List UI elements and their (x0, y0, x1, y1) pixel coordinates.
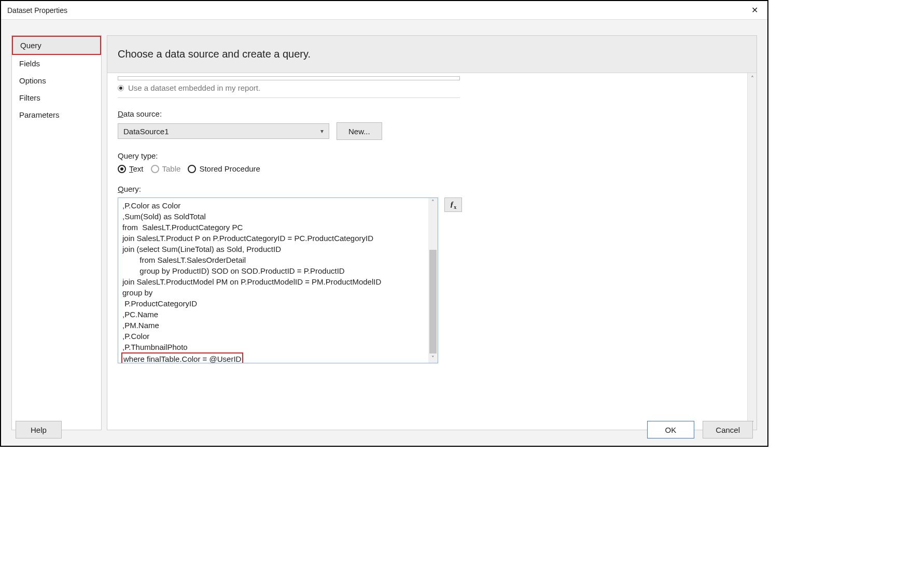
sidebar-tab-label: Parameters (19, 110, 60, 119)
radio-icon (118, 85, 124, 91)
main-content: Use a dataset embedded in my report. Dat… (107, 73, 747, 430)
main-content-wrap: Use a dataset embedded in my report. Dat… (107, 73, 757, 430)
dataset-name-field-partial[interactable] (118, 76, 460, 80)
new-data-source-button[interactable]: New... (337, 122, 382, 140)
query-text-content: ,P.Color as Color ,Sum(Sold) as SoldTota… (118, 198, 428, 363)
sidebar-tab-label: Query (20, 41, 41, 50)
scroll-up-icon[interactable]: ˄ (431, 198, 435, 207)
sidebar-tab-label: Fields (19, 59, 40, 68)
embedded-dataset-label: Use a dataset embedded in my report. (128, 83, 260, 92)
query-highlighted-where: where finalTable.Color = @UserID (121, 352, 243, 363)
sidebar-tab-label: Filters (19, 93, 40, 102)
sidebar-tab-filters[interactable]: Filters (12, 89, 101, 106)
fx-icon: ƒx (450, 200, 457, 210)
query-type-stored[interactable]: Stored Procedure (188, 164, 260, 173)
dialog-body: Query Fields Options Filters Parameters … (1, 20, 767, 446)
sidebar-tab-label: Options (19, 76, 46, 85)
data-source-label: Data source: (118, 109, 737, 118)
scroll-up-icon[interactable]: ˄ (751, 73, 754, 84)
sidebar-tab-fields[interactable]: Fields (12, 55, 101, 72)
query-area: ,P.Color as Color ,Sum(Sold) as SoldTota… (118, 197, 737, 363)
page-heading: Choose a data source and create a query. (107, 36, 757, 73)
embedded-dataset-radio[interactable]: Use a dataset embedded in my report. (118, 83, 737, 92)
query-label: Query: (118, 185, 737, 193)
ok-label: OK (665, 426, 677, 434)
query-type-stored-label: Stored Procedure (199, 164, 260, 173)
query-type-label: Query type: (118, 151, 737, 160)
sidebar-tab-query[interactable]: Query (12, 36, 101, 55)
data-source-value: DataSource1 (123, 127, 169, 136)
help-label: Help (31, 426, 47, 434)
query-type-group: Text Table Stored Procedure (118, 164, 737, 173)
scroll-thumb[interactable] (429, 250, 437, 353)
query-type-table[interactable]: Table (151, 164, 181, 173)
titlebar: Dataset Properties ✕ (1, 1, 767, 20)
panel-scrollbar[interactable]: ˄ ˅ (747, 73, 757, 430)
radio-icon (118, 165, 126, 173)
query-textarea[interactable]: ,P.Color as Color ,Sum(Sold) as SoldTota… (118, 197, 438, 363)
divider (118, 97, 460, 98)
cancel-label: Cancel (716, 426, 740, 434)
data-source-label-rest: ata source: (123, 109, 162, 118)
query-type-text[interactable]: Text (118, 164, 144, 173)
scroll-down-icon[interactable]: ˅ (431, 354, 435, 363)
cancel-button[interactable]: Cancel (703, 421, 753, 438)
radio-icon (188, 165, 196, 173)
data-source-dropdown[interactable]: DataSource1 ▾ (118, 123, 329, 139)
main-panel: Choose a data source and create a query.… (107, 35, 757, 430)
radio-icon (151, 165, 159, 173)
expression-button[interactable]: ƒx (444, 197, 462, 212)
query-type-table-label: Table (162, 164, 181, 173)
help-button[interactable]: Help (16, 421, 62, 438)
ok-button[interactable]: OK (647, 421, 695, 438)
sidebar: Query Fields Options Filters Parameters (11, 35, 102, 430)
close-icon[interactable]: ✕ (748, 5, 761, 15)
window-title: Dataset Properties (7, 6, 67, 15)
dialog-window: Dataset Properties ✕ Query Fields Option… (0, 0, 768, 447)
new-button-label: New... (348, 127, 370, 136)
sidebar-tab-parameters[interactable]: Parameters (12, 106, 101, 123)
chevron-down-icon: ▾ (320, 128, 324, 135)
query-scrollbar[interactable]: ˄ ˅ (428, 198, 438, 363)
sidebar-tab-options[interactable]: Options (12, 72, 101, 89)
dialog-footer: Help OK Cancel (1, 421, 767, 438)
query-type-text-label: Text (129, 164, 144, 173)
